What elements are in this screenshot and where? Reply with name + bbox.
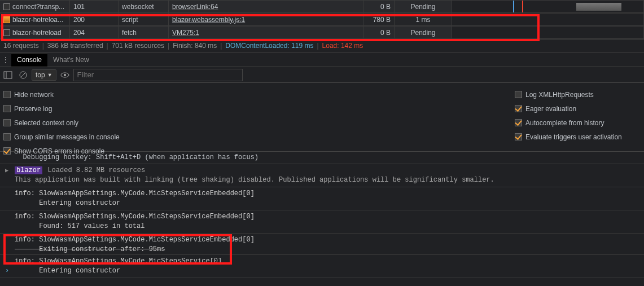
- chevron-down-icon: ▼: [47, 72, 52, 78]
- net-time: 1 ms: [395, 14, 452, 25]
- console-sidebar-toggle[interactable]: [1, 69, 15, 81]
- summary-requests: 16 requests: [3, 42, 39, 50]
- label-eager-eval: Eager evaluation: [525, 105, 576, 113]
- checkbox-preserve-log[interactable]: [3, 105, 11, 112]
- svg-line-3: [21, 73, 25, 77]
- network-row[interactable]: blazor-hotreload 204 fetch VM275:1 0 B P…: [0, 26, 644, 39]
- console-filter-input[interactable]: [73, 69, 243, 81]
- console-log-line[interactable]: info: SlowWasmAppSettings.MyCode.MicStep…: [0, 255, 644, 278]
- console-log-area: Debugging hotkey: Shift+Alt+D (when appl…: [0, 152, 644, 278]
- clear-console-icon[interactable]: [16, 69, 30, 81]
- net-status: 204: [70, 27, 119, 38]
- network-row[interactable]: connect?transp... 101 websocket browserL…: [0, 0, 644, 13]
- net-initiator[interactable]: blazor.webassembly.js:1: [172, 16, 245, 24]
- console-prompt-icon[interactable]: ›: [5, 267, 9, 275]
- net-size: 780 B: [363, 14, 395, 25]
- label-eval-triggers: Evaluate triggers user activation: [525, 133, 622, 141]
- status-icon: [3, 16, 10, 23]
- net-size: 0 B: [363, 27, 395, 38]
- label-log-xhr: Log XMLHttpRequests: [525, 91, 594, 99]
- checkbox-group-similar[interactable]: [3, 133, 11, 140]
- network-summary: 16 requests| 386 kB transferred| 701 kB …: [0, 39, 644, 52]
- label-autocomplete: Autocomplete from history: [525, 119, 604, 127]
- blazor-badge: blazor: [15, 166, 42, 174]
- svg-point-5: [64, 74, 66, 76]
- console-log-line[interactable]: ▶blazor Loaded 8.82 MB resources This ap…: [0, 164, 644, 187]
- net-time: Pending: [395, 27, 452, 38]
- status-icon: [3, 29, 10, 36]
- net-type: websocket: [119, 1, 169, 12]
- checkbox-autocomplete[interactable]: [515, 119, 522, 126]
- expand-icon[interactable]: ▶: [5, 166, 8, 175]
- net-time: Pending: [395, 1, 452, 12]
- checkbox-eager-eval[interactable]: [515, 105, 522, 112]
- net-waterfall: [452, 14, 644, 25]
- checkbox-hide-network[interactable]: [3, 91, 11, 98]
- checkbox-log-xhr[interactable]: [515, 91, 522, 98]
- drawer-tabs: ⋮ Console What's New: [0, 52, 644, 67]
- console-settings: Hide network Preserve log Selected conte…: [0, 83, 644, 152]
- net-name: connect?transp...: [12, 3, 64, 11]
- live-expression-icon[interactable]: [58, 69, 72, 81]
- context-selector[interactable]: top ▼: [32, 69, 56, 81]
- summary-finish: Finish: 840 ms: [173, 42, 217, 50]
- net-status: 200: [70, 14, 119, 25]
- label-preserve-log: Preserve log: [14, 105, 52, 113]
- net-name: blazor-hotreload: [12, 29, 62, 37]
- net-size: 0 B: [363, 1, 395, 12]
- tab-console[interactable]: Console: [11, 53, 47, 67]
- console-log-line[interactable]: info: SlowWasmAppSettings.MyCode.MicStep…: [0, 187, 644, 210]
- label-group-similar: Group similar messages in console: [14, 133, 120, 141]
- checkbox-selected-context[interactable]: [3, 119, 11, 126]
- net-type: script: [119, 14, 169, 25]
- svg-rect-0: [4, 72, 12, 78]
- console-toolbar: top ▼: [0, 67, 644, 83]
- console-log-line[interactable]: Debugging hotkey: Shift+Alt+D (when appl…: [0, 152, 644, 164]
- net-waterfall: [452, 1, 644, 12]
- summary-transferred: 386 kB transferred: [47, 42, 103, 50]
- checkbox-eval-triggers[interactable]: [515, 133, 522, 140]
- label-hide-network: Hide network: [14, 91, 54, 99]
- network-table: connect?transp... 101 websocket browserL…: [0, 0, 644, 39]
- console-log-line[interactable]: info: SlowWasmAppSettings.MyCode.MicStep…: [0, 210, 644, 234]
- tab-whatsnew[interactable]: What's New: [47, 54, 95, 66]
- net-initiator[interactable]: VM275:1: [172, 29, 199, 37]
- summary-dcl: DOMContentLoaded: 119 ms: [225, 42, 313, 50]
- label-selected-context: Selected context only: [14, 119, 78, 127]
- network-row[interactable]: blazor-hotreloa... 200 script blazor.web…: [0, 13, 644, 26]
- net-status: 101: [70, 1, 119, 12]
- more-icon[interactable]: ⋮: [0, 55, 11, 64]
- net-type: fetch: [119, 27, 169, 38]
- status-icon: [3, 3, 10, 10]
- console-log-line[interactable]: info: SlowWasmAppSettings.MyCode.MicStep…: [0, 234, 644, 255]
- net-initiator[interactable]: browserLink:64: [172, 3, 218, 11]
- net-name: blazor-hotreloa...: [12, 16, 63, 24]
- net-waterfall: [452, 27, 644, 38]
- summary-resources: 701 kB resources: [112, 42, 164, 50]
- summary-load: Load: 142 ms: [322, 42, 363, 50]
